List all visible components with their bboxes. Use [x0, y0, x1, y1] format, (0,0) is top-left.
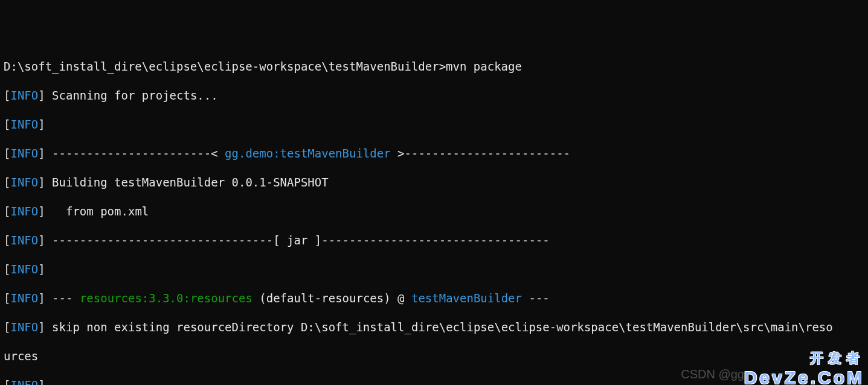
log-line: [INFO] skip non existing resourceDirecto… [4, 320, 868, 334]
msg: Scanning for projects... [45, 89, 218, 102]
log-line: [INFO] Building testMavenBuilder 0.0.1-S… [4, 175, 868, 189]
prompt-line: D:\soft_install_dire\eclipse\eclipse-wor… [4, 59, 868, 74]
log-line: [INFO] -----------------------< gg.demo:… [4, 146, 868, 161]
log-line: [INFO] --------------------------------[… [4, 233, 868, 247]
wrap: urces [4, 349, 868, 363]
log-line: [INFO] [4, 117, 868, 132]
jar-divider: --------------------------------[ jar ]-… [45, 234, 550, 247]
log-line: [INFO] [4, 378, 868, 385]
log-line: [INFO] Scanning for projects... [4, 88, 868, 103]
log-line: [INFO] from pom.xml [4, 204, 868, 218]
skip-main: skip non existing resourceDirectory D:\s… [45, 320, 833, 334]
command: mvn package [446, 60, 522, 73]
level-info: INFO [10, 89, 38, 102]
project-id: gg.demo:testMavenBuilder [225, 147, 391, 160]
from-pom: from pom.xml [45, 205, 149, 218]
project: testMavenBuilder [411, 291, 522, 305]
building: Building testMavenBuilder 0.0.1-SNAPSHOT [45, 176, 329, 189]
plugin: resources:3.3.0:resources [80, 291, 252, 305]
log-line: [INFO] [4, 262, 868, 276]
log-line: [INFO] --- resources:3.3.0:resources (de… [4, 291, 868, 305]
cwd: D:\soft_install_dire\eclipse\eclipse-wor… [4, 60, 446, 73]
